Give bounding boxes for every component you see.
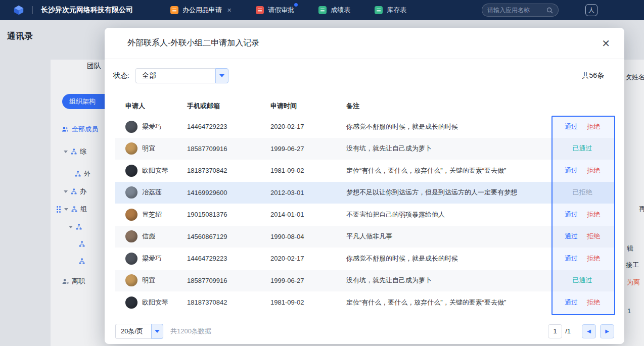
office-supplies-doc-icon — [170, 6, 178, 14]
tab-office-supplies[interactable]: 办公用品申请 ✕ — [170, 6, 232, 15]
table-row-highlighted: 冶荔莲 14169929600 2012-03-01 梦想不足以让你到达远方，但… — [115, 182, 614, 204]
table-row: 梁爱巧 14464729223 2020-02-17 你感觉不舒服的时候，就是成… — [115, 116, 614, 138]
col-header-remark: 备注 — [346, 102, 550, 111]
caret-down-icon — [219, 74, 224, 77]
remark: 你感觉不舒服的时候，就是成长的时候 — [346, 254, 550, 263]
workbench-icon[interactable]: 人 — [585, 4, 597, 16]
applicant-name: 明宜 — [142, 276, 155, 285]
approve-link[interactable]: 通过 — [565, 232, 578, 241]
applicant-name: 冒芝绍 — [142, 210, 162, 219]
notification-badge — [293, 2, 299, 8]
leave-approval-doc-icon — [256, 6, 264, 14]
apply-date: 1981-09-02 — [270, 299, 346, 306]
remark: 你感觉不舒服的时候，就是成长的时候 — [346, 122, 550, 131]
applicant-name: 明宜 — [142, 144, 155, 153]
apply-date: 1981-09-02 — [270, 167, 346, 174]
applicant-name: 梁爱巧 — [142, 254, 162, 263]
applicant-name: 欧阳安琴 — [142, 298, 168, 307]
status-approved: 已通过 — [573, 276, 592, 285]
remark: 定位“有什么，要什么，放弃什么”，关键的要素“要去做” — [346, 298, 550, 307]
tab-label: 库存表 — [387, 6, 406, 15]
caret-down-icon — [155, 330, 160, 333]
tab-label: 请假审批 — [268, 6, 294, 15]
approve-link[interactable]: 通过 — [565, 254, 578, 263]
page-size-caret[interactable] — [151, 324, 163, 339]
status-select-caret[interactable] — [215, 68, 228, 83]
apply-date: 1999-06-27 — [270, 145, 346, 153]
apply-date: 2020-02-17 — [270, 255, 346, 262]
avatar — [125, 186, 137, 199]
avatar — [125, 165, 137, 177]
reject-link[interactable]: 拒绝 — [587, 232, 600, 241]
next-page-icon: ▶ — [605, 328, 609, 334]
topbar: 长沙异次元网络科技有限公司 办公用品申请 ✕ 请假审批 成绩表 库存表 人 — [0, 0, 644, 20]
phone: 14464729223 — [187, 123, 270, 130]
tab-leave-approval[interactable]: 请假审批 — [256, 6, 294, 15]
avatar — [125, 142, 137, 155]
total-data-count: 共1200条数据 — [170, 327, 211, 336]
table-row: 冒芝绍 19015081376 2014-01-01 不要害怕把自己的弱项暴露给… — [115, 204, 614, 226]
col-header-date: 申请时间 — [270, 102, 346, 111]
approve-link[interactable]: 通过 — [565, 166, 578, 175]
phone: 18587709916 — [187, 145, 270, 153]
page-number-input[interactable]: 1 — [548, 324, 562, 338]
approve-link[interactable]: 通过 — [565, 210, 578, 219]
pagination-controls: 1 /1 ◀ ▶ — [548, 324, 614, 338]
table-row: 欧阳安琴 18187370842 1981-09-02 定位“有什么，要什么，放… — [115, 291, 614, 314]
applicant-name: 信彪 — [142, 232, 155, 241]
applicant-name: 欧阳安琴 — [142, 166, 168, 175]
table-row: 梁爱巧 14464729223 2020-02-17 你感觉不舒服的时候，就是成… — [115, 248, 614, 270]
status-select-value[interactable]: 全部 — [135, 68, 215, 83]
status-rejected: 已拒绝 — [573, 188, 592, 197]
phone: 14560867129 — [187, 233, 270, 240]
tab-close-icon[interactable]: ✕ — [227, 7, 232, 14]
record-count: 共56条 — [582, 71, 604, 80]
modal-footer: 20条/页 共1200条数据 1 /1 ◀ ▶ — [115, 324, 614, 339]
avatar — [125, 121, 137, 133]
approve-link[interactable]: 通过 — [565, 298, 578, 307]
inventory-sheet-icon — [375, 6, 383, 14]
company-name: 长沙异次元网络科技有限公司 — [41, 6, 133, 15]
phone: 19015081376 — [187, 211, 270, 218]
reject-link[interactable]: 拒绝 — [587, 166, 600, 175]
apply-date: 2012-03-01 — [270, 189, 346, 196]
phone: 18187370842 — [187, 299, 270, 306]
avatar — [125, 274, 137, 286]
apply-records-table: 申请人 手机或邮箱 申请时间 备注 梁爱巧 14464729223 2020-0… — [115, 96, 614, 314]
avatar — [125, 230, 137, 242]
table-body: 梁爱巧 14464729223 2020-02-17 你感觉不舒服的时候，就是成… — [115, 116, 614, 314]
status-select[interactable]: 全部 — [135, 68, 228, 83]
tab-score-sheet[interactable]: 成绩表 — [318, 6, 350, 15]
app-logo-icon — [13, 5, 24, 16]
page-size-select[interactable]: 20条/页 — [115, 324, 163, 339]
col-header-applicant: 申请人 — [125, 102, 187, 111]
avatar — [125, 209, 137, 221]
close-icon[interactable]: ✕ — [602, 38, 610, 48]
col-header-phone: 手机或邮箱 — [187, 102, 270, 111]
score-sheet-icon — [318, 6, 327, 14]
tab-inventory-sheet[interactable]: 库存表 — [375, 6, 406, 15]
apply-date: 2020-02-17 — [270, 123, 346, 130]
modal-title: 外部联系人-外联小组二申请加入记录 — [127, 38, 259, 48]
phone: 18587709916 — [187, 277, 270, 284]
app-search-box — [482, 4, 559, 17]
search-icon — [546, 7, 553, 14]
reject-link[interactable]: 拒绝 — [587, 122, 600, 131]
status-filter-row: 状态: 全部 共56条 — [113, 68, 604, 83]
reject-link[interactable]: 拒绝 — [587, 210, 600, 219]
page-size-value[interactable]: 20条/页 — [115, 324, 151, 339]
remark: 定位“有什么，要什么，放弃什么”，关键的要素“要去做” — [346, 166, 550, 175]
topbar-divider — [32, 6, 33, 14]
remark: 没有坑，就先让自己成为萝卜 — [346, 144, 550, 153]
approve-link[interactable]: 通过 — [565, 122, 578, 131]
reject-link[interactable]: 拒绝 — [587, 254, 600, 263]
next-page-button[interactable]: ▶ — [600, 324, 614, 338]
app-search-input[interactable] — [487, 7, 546, 14]
prev-page-icon: ◀ — [587, 328, 591, 334]
app-tabs: 办公用品申请 ✕ 请假审批 成绩表 库存表 — [170, 6, 406, 15]
apply-date: 1990-08-04 — [270, 233, 346, 240]
reject-link[interactable]: 拒绝 — [587, 298, 600, 307]
applicant-name: 冶荔莲 — [142, 188, 162, 197]
tab-label: 办公用品申请 — [182, 6, 222, 15]
prev-page-button[interactable]: ◀ — [582, 324, 596, 338]
